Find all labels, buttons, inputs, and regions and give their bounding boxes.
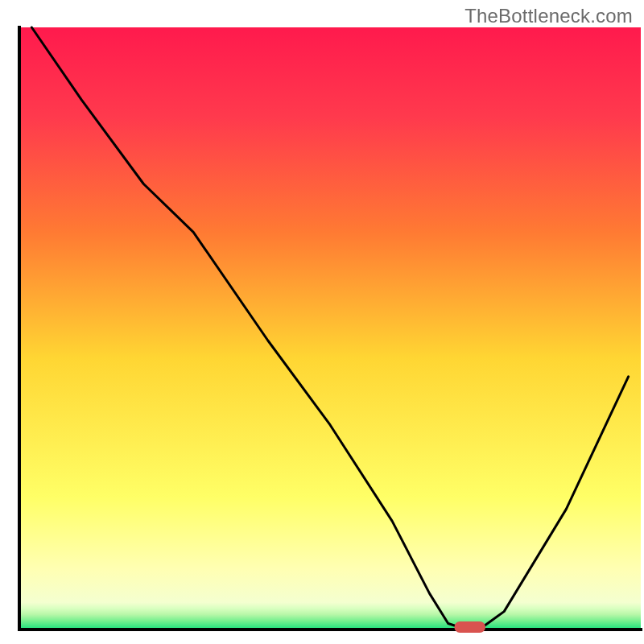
watermark-text: TheBottleneck.com — [464, 5, 633, 27]
chart-container: TheBottleneck.com — [0, 0, 644, 644]
bottleneck-chart — [0, 0, 644, 644]
optimal-range-marker — [454, 621, 485, 633]
